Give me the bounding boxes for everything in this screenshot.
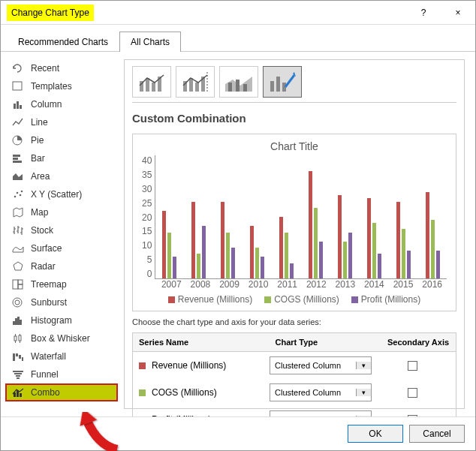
series-swatch-icon bbox=[139, 362, 146, 369]
histogram-icon bbox=[11, 315, 25, 326]
svg-rect-41 bbox=[152, 83, 155, 92]
sidebar-item-histogram[interactable]: Histogram bbox=[5, 311, 118, 329]
sidebar-item-recent[interactable]: Recent bbox=[5, 59, 118, 77]
sidebar-item-surface[interactable]: Surface bbox=[5, 239, 118, 257]
sidebar-item-column[interactable]: Column bbox=[5, 95, 118, 113]
series-caption: Choose the chart type and axis for your … bbox=[132, 317, 456, 326]
sidebar-item-bar[interactable]: Bar bbox=[5, 149, 118, 167]
change-chart-type-dialog: Change Chart Type ? × Recommended Charts… bbox=[0, 0, 476, 451]
sidebar-item-pie[interactable]: Pie bbox=[5, 131, 118, 149]
templates-icon bbox=[11, 81, 25, 92]
sidebar-item-label: Column bbox=[31, 99, 62, 110]
sidebar-item-label: X Y (Scatter) bbox=[31, 189, 82, 200]
svg-point-16 bbox=[13, 298, 22, 307]
chart-type-sidebar: Recent Templates Column Line Pie Bar Are… bbox=[5, 59, 118, 409]
sidebar-item-label: Line bbox=[31, 117, 48, 128]
sidebar-item-label: Radar bbox=[31, 261, 56, 272]
treemap-icon bbox=[11, 279, 25, 290]
svg-rect-49 bbox=[236, 80, 240, 92]
sidebar-item-funnel[interactable]: Funnel bbox=[5, 365, 118, 383]
help-button[interactable]: ? bbox=[406, 1, 441, 25]
subtype-row bbox=[132, 66, 456, 103]
sidebar-item-line[interactable]: Line bbox=[5, 113, 118, 131]
tab-all-charts[interactable]: All Charts bbox=[119, 32, 181, 52]
chart-type-select-revenue[interactable]: Clustered Column▾ bbox=[270, 356, 372, 374]
header-secondary-axis: Secondary Axis bbox=[381, 333, 456, 351]
subtype-clustered-line[interactable] bbox=[132, 66, 171, 98]
svg-point-9 bbox=[17, 192, 19, 194]
series-swatch-icon bbox=[139, 389, 146, 396]
svg-rect-48 bbox=[228, 83, 232, 92]
chart-preview[interactable]: Chart Title 0510152025303540 20072008200… bbox=[132, 134, 456, 311]
tab-recommended[interactable]: Recommended Charts bbox=[7, 32, 119, 52]
surface-icon bbox=[11, 243, 25, 254]
svg-point-10 bbox=[20, 194, 22, 197]
chart-plot bbox=[155, 155, 447, 279]
chart-type-select-profit[interactable]: Clustered Column▾ bbox=[270, 410, 372, 416]
sidebar-item-treemap[interactable]: Treemap bbox=[5, 275, 118, 293]
series-name: COGS (Millions) bbox=[152, 387, 217, 398]
sidebar-item-sunburst[interactable]: Sunburst bbox=[5, 293, 118, 311]
sidebar-item-label: Treemap bbox=[31, 279, 67, 290]
sidebar-item-label: Waterfall bbox=[31, 351, 66, 362]
sidebar-item-label: Stock bbox=[31, 225, 53, 236]
tab-bar: Recommended Charts All Charts bbox=[1, 25, 475, 52]
scatter-icon bbox=[11, 189, 25, 200]
sidebar-item-label: Pie bbox=[31, 135, 44, 146]
sidebar-item-label: Histogram bbox=[31, 315, 72, 326]
sidebar-item-label: Surface bbox=[31, 243, 62, 254]
svg-rect-44 bbox=[189, 78, 193, 92]
svg-rect-1 bbox=[14, 104, 16, 109]
sidebar-item-label: Templates bbox=[31, 81, 72, 92]
sidebar-item-scatter[interactable]: X Y (Scatter) bbox=[5, 185, 118, 203]
svg-rect-33 bbox=[14, 373, 22, 374]
svg-rect-19 bbox=[15, 318, 17, 325]
svg-rect-22 bbox=[14, 336, 17, 341]
svg-point-17 bbox=[15, 300, 20, 305]
bar-icon bbox=[11, 153, 25, 164]
sidebar-item-waterfall[interactable]: Waterfall bbox=[5, 347, 118, 365]
series-row-cogs: COGS (Millions) Clustered Column▾ bbox=[133, 379, 456, 406]
waterfall-icon bbox=[11, 351, 25, 362]
svg-rect-5 bbox=[13, 155, 20, 157]
close-button[interactable]: × bbox=[441, 1, 475, 25]
svg-rect-15 bbox=[18, 284, 23, 289]
svg-rect-40 bbox=[146, 78, 149, 92]
cancel-button[interactable]: Cancel bbox=[409, 425, 465, 443]
pie-icon bbox=[11, 135, 25, 146]
subtype-stacked-area[interactable] bbox=[219, 66, 258, 98]
sidebar-item-combo[interactable]: Combo bbox=[5, 383, 118, 401]
sidebar-item-label: Combo bbox=[31, 387, 60, 398]
chart-type-select-cogs[interactable]: Clustered Column▾ bbox=[270, 383, 372, 401]
sidebar-item-templates[interactable]: Templates bbox=[5, 77, 118, 95]
svg-marker-12 bbox=[14, 262, 23, 270]
ok-button[interactable]: OK bbox=[348, 425, 403, 443]
sidebar-item-area[interactable]: Area bbox=[5, 167, 118, 185]
subtype-custom[interactable] bbox=[263, 66, 302, 98]
sidebar-item-radar[interactable]: Radar bbox=[5, 257, 118, 275]
svg-rect-30 bbox=[19, 355, 21, 359]
chart-title: Chart Title bbox=[142, 140, 447, 152]
sidebar-item-stock[interactable]: Stock bbox=[5, 221, 118, 239]
subtype-clustered-line-axis[interactable] bbox=[176, 66, 215, 98]
svg-rect-38 bbox=[20, 393, 22, 397]
main-panel: Custom Combination Chart Title 051015202… bbox=[124, 59, 465, 409]
header-chart-type: Chart Type bbox=[270, 333, 381, 351]
secondary-axis-checkbox-cogs[interactable] bbox=[408, 388, 417, 398]
chart-legend: Revenue (Millions)COGS (Millions)Profit … bbox=[142, 294, 447, 305]
secondary-axis-checkbox-revenue[interactable] bbox=[408, 361, 417, 371]
sidebar-item-boxwhisker[interactable]: Box & Whisker bbox=[5, 329, 118, 347]
column-icon bbox=[11, 99, 25, 110]
series-row-revenue: Revenue (Millions) Clustered Column▾ bbox=[133, 352, 456, 379]
svg-rect-2 bbox=[17, 101, 19, 109]
svg-rect-21 bbox=[20, 320, 22, 325]
sidebar-item-label: Box & Whisker bbox=[31, 333, 90, 344]
sidebar-item-map[interactable]: Map bbox=[5, 203, 118, 221]
svg-rect-29 bbox=[16, 353, 18, 356]
svg-rect-31 bbox=[22, 357, 23, 361]
svg-rect-45 bbox=[195, 83, 199, 92]
map-icon bbox=[11, 207, 25, 218]
recent-icon bbox=[11, 63, 25, 74]
boxwhisker-icon bbox=[11, 333, 25, 344]
svg-rect-3 bbox=[20, 105, 22, 109]
